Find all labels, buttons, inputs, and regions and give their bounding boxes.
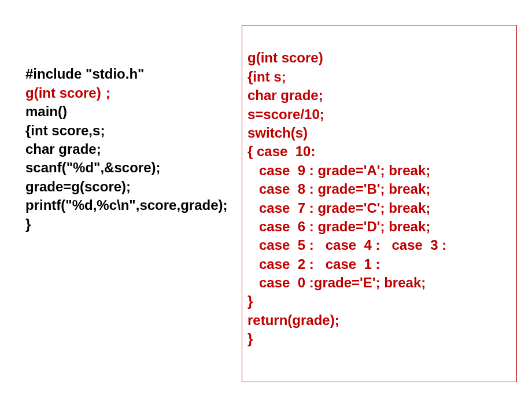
code-line: grade=g(score); — [25, 179, 131, 194]
right-code-block: g(int score) {int s; char grade; s=score… — [247, 30, 446, 349]
code-line: switch(s) — [247, 125, 308, 141]
code-line: } — [247, 331, 253, 346]
code-line: g(int score) — [247, 50, 323, 65]
code-line: char grade; — [25, 141, 101, 157]
code-line: case 6 : grade='D'; break; — [247, 219, 430, 234]
code-line: case 0 :grade='E'; break; — [247, 275, 426, 290]
code-line: g(int score)； — [25, 85, 115, 101]
code-line: return(grade); — [247, 312, 339, 328]
code-line: case 8 : grade='B'; break; — [247, 181, 430, 197]
code-line: { case 10: — [247, 143, 315, 159]
code-line: case 5 : case 4 : case 3 : — [247, 237, 446, 253]
code-line: } — [247, 293, 253, 309]
code-line: {int s; — [247, 69, 286, 84]
code-line: char grade; — [247, 87, 323, 103]
code-line: } — [25, 216, 31, 232]
code-line: case 9 : grade='A'; break; — [247, 162, 430, 178]
code-line: #include "stdio.h" — [25, 66, 144, 82]
code-line: {int score,s; — [25, 123, 105, 138]
code-line: scanf("%d",&score); — [25, 160, 160, 175]
left-code-block: #include "stdio.h" g(int score)； main() … — [25, 46, 227, 234]
code-line: s=score/10; — [247, 106, 324, 122]
code-line: printf("%d,%c\n",score,grade); — [25, 197, 227, 213]
code-line: case 7 : grade='C'; break; — [247, 200, 430, 216]
code-line: main() — [25, 104, 67, 119]
code-line: case 2 : case 1 : — [247, 256, 380, 272]
